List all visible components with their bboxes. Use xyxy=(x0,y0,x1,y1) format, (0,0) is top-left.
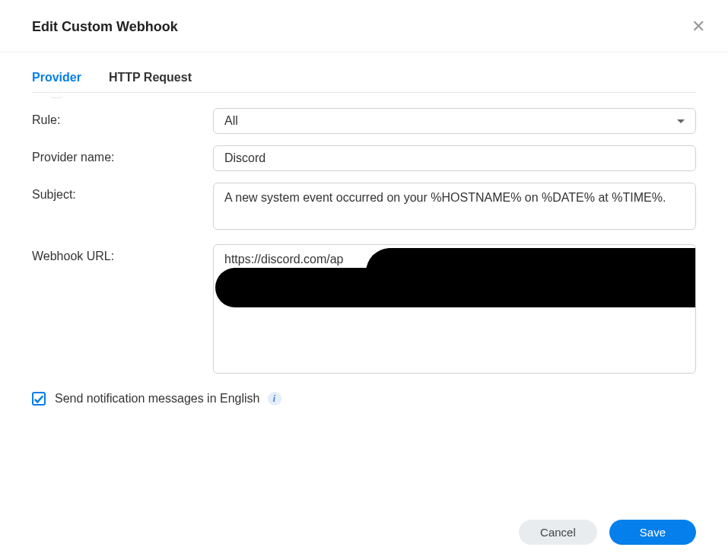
dialog-body: Provider HTTP Request Rule: All Provider… xyxy=(0,52,728,509)
dialog-title: Edit Custom Webhook xyxy=(32,19,178,35)
tab-provider[interactable]: Provider xyxy=(32,63,81,92)
row-provider-name: Provider name: xyxy=(32,145,696,171)
english-notifications-label: Send notification messages in English xyxy=(55,392,260,406)
webhook-url-text: https://discord.com/ap xyxy=(224,253,344,266)
chevron-down-icon xyxy=(677,119,685,123)
dialog-footer: Cancel Save xyxy=(0,509,728,560)
rule-select[interactable]: All xyxy=(213,108,696,134)
english-notifications-checkbox[interactable] xyxy=(32,392,46,406)
subject-label: Subject: xyxy=(32,183,213,202)
provider-name-label: Provider name: xyxy=(32,145,213,164)
row-english-notifications: Send notification messages in English i xyxy=(32,392,696,406)
row-rule: Rule: All xyxy=(32,108,696,134)
row-subject: Subject: xyxy=(32,183,696,233)
rule-label: Rule: xyxy=(32,108,213,127)
redacted-region xyxy=(215,268,696,307)
webhook-url-label: Webhook URL: xyxy=(32,244,213,263)
webhook-url-input[interactable]: https://discord.com/ap xyxy=(213,244,696,374)
tab-http-request[interactable]: HTTP Request xyxy=(109,63,192,92)
check-icon xyxy=(33,393,44,404)
dialog-header: Edit Custom Webhook ✕ xyxy=(0,0,728,52)
provider-name-input[interactable] xyxy=(213,145,696,171)
subject-input[interactable] xyxy=(213,183,696,230)
info-icon[interactable]: i xyxy=(268,392,281,406)
save-button[interactable]: Save xyxy=(609,520,696,545)
close-icon[interactable]: ✕ xyxy=(685,15,711,38)
edit-webhook-dialog: Edit Custom Webhook ✕ Provider HTTP Requ… xyxy=(0,0,728,560)
row-webhook-url: Webhook URL: https://discord.com/ap xyxy=(32,244,696,374)
tabs: Provider HTTP Request xyxy=(32,63,696,93)
rule-select-value: All xyxy=(224,114,238,128)
cancel-button[interactable]: Cancel xyxy=(519,520,597,545)
